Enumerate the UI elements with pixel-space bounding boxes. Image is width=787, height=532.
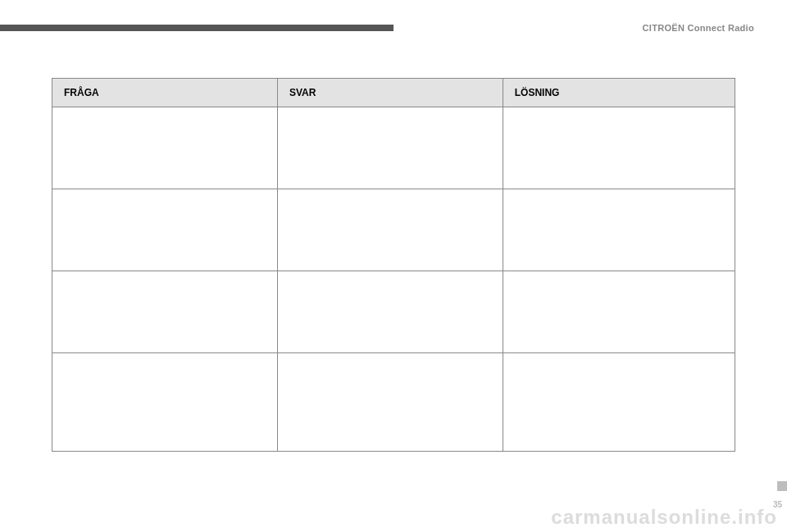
cell-question	[52, 189, 278, 271]
cell-solution	[503, 107, 735, 189]
cell-question	[52, 107, 278, 189]
table-header-row: FRÅGA SVAR LÖSNING	[52, 79, 735, 107]
column-header-answer: SVAR	[277, 79, 503, 107]
cell-question	[52, 271, 278, 353]
cell-answer	[277, 271, 503, 353]
cell-solution	[503, 271, 735, 353]
watermark-text: carmanualsonline.info	[551, 506, 777, 529]
cell-answer	[277, 189, 503, 271]
cell-solution	[503, 353, 735, 452]
side-tab-marker	[777, 481, 787, 491]
cell-answer	[277, 107, 503, 189]
cell-question	[52, 353, 278, 452]
cell-solution	[503, 189, 735, 271]
column-header-solution: LÖSNING	[503, 79, 735, 107]
faq-table: FRÅGA SVAR LÖSNING	[52, 78, 735, 452]
cell-answer	[277, 353, 503, 452]
table-row	[52, 107, 735, 189]
top-horizontal-bar	[0, 25, 394, 31]
faq-table-container: FRÅGA SVAR LÖSNING	[52, 78, 735, 452]
header-section-title: CITROËN Connect Radio	[643, 23, 754, 33]
table-row	[52, 353, 735, 452]
column-header-question: FRÅGA	[52, 79, 278, 107]
table-row	[52, 189, 735, 271]
table-row	[52, 271, 735, 353]
